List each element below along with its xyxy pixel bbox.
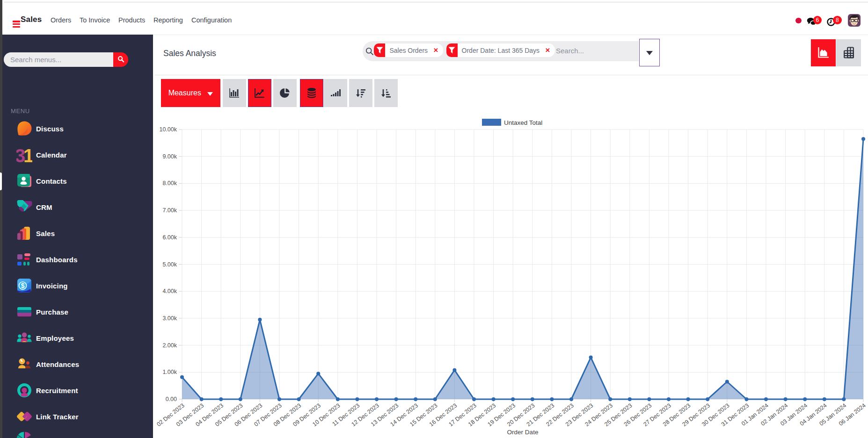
svg-text:Untaxed Total: Untaxed Total — [504, 119, 542, 126]
svg-text:$: $ — [21, 282, 25, 289]
svg-text:4.00k: 4.00k — [162, 288, 177, 294]
svg-text:1.00k: 1.00k — [162, 369, 177, 375]
svg-text:3.00k: 3.00k — [162, 315, 177, 322]
svg-text:6.00k: 6.00k — [162, 234, 177, 241]
svg-text:Order Date: Order Date — [507, 429, 539, 436]
svg-text:1: 1 — [23, 147, 32, 163]
svg-text:9.00k: 9.00k — [162, 153, 177, 160]
svg-text:2.00k: 2.00k — [162, 342, 177, 349]
svg-text:7.00k: 7.00k — [162, 207, 177, 214]
svg-text:5.00k: 5.00k — [162, 261, 177, 268]
svg-text:0.00: 0.00 — [166, 396, 177, 402]
svg-text:10.00k: 10.00k — [159, 126, 177, 133]
svg-text:8.00k: 8.00k — [162, 180, 177, 187]
